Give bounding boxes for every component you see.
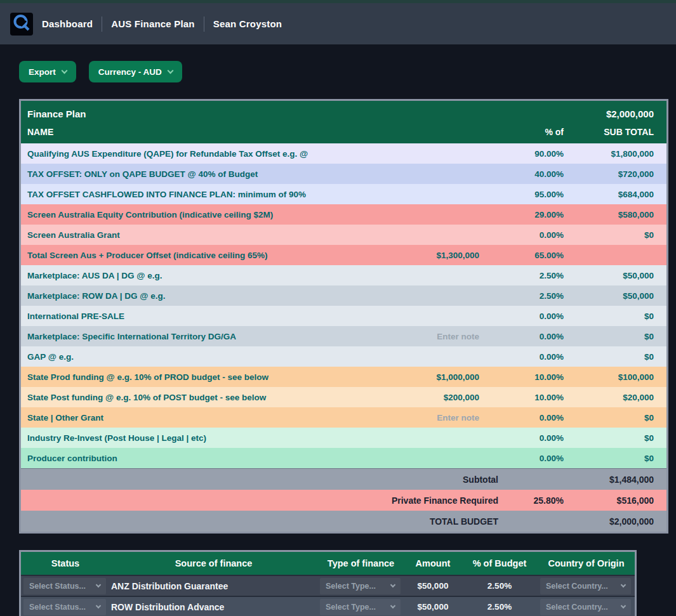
country-select[interactable]: Select Country... bbox=[540, 599, 631, 615]
finance-row-name: GAP @ e.g. bbox=[21, 352, 379, 362]
source-row: Select Status...ROW Distribution Advance… bbox=[21, 596, 635, 616]
finance-summary-pct: 25.80% bbox=[498, 495, 574, 506]
sources-table-rows: Select Status...ANZ Distribution Guarant… bbox=[21, 575, 635, 616]
finance-row: Qualifying AUS Expenditure (QAPE) for Re… bbox=[21, 143, 666, 164]
currency-button[interactable]: Currency - AUD bbox=[89, 61, 182, 82]
finance-row: Screen Australia Grant0.00%$0 bbox=[21, 225, 666, 245]
sources-table: StatusSource of financeType of financeAm… bbox=[19, 550, 637, 616]
finance-summary-row: TOTAL BUDGET$2,000,000 bbox=[21, 511, 666, 532]
finance-row-name: Marketplace: AUS DA | DG @ e.g. bbox=[21, 271, 379, 280]
finance-row-name: Total Screen Aus + Producer Offset (indi… bbox=[21, 251, 379, 260]
finance-row-pct: 40.00% bbox=[490, 169, 574, 179]
finance-row-pct: 0.00% bbox=[490, 433, 574, 443]
chevron-down-icon bbox=[390, 582, 395, 587]
finance-table-summary: Subtotal$1,484,000Private Finance Requir… bbox=[21, 468, 666, 532]
finance-summary-value: $516,000 bbox=[574, 495, 666, 506]
finance-row-subtotal: $580,000 bbox=[574, 210, 666, 220]
finance-row-pct: 0.00% bbox=[490, 352, 574, 362]
finance-row: Industry Re-Invest (Post House | Legal |… bbox=[21, 428, 666, 448]
chevron-down-icon bbox=[96, 582, 101, 587]
chevron-down-icon bbox=[61, 67, 67, 74]
finance-row-name: TAX OFFSET: ONLY on QAPE BUDGET @ 40% of… bbox=[21, 169, 379, 179]
column-header-status: Status bbox=[21, 558, 110, 568]
source-name: ROW Distribution Advance bbox=[110, 602, 317, 612]
column-header-country: Country of Origin bbox=[538, 558, 635, 568]
finance-summary-label: TOTAL BUDGET bbox=[21, 516, 498, 527]
finance-summary-row: Subtotal$1,484,000 bbox=[21, 469, 666, 490]
finance-row-name: Industry Re-Invest (Post House | Legal |… bbox=[21, 433, 379, 443]
q-logo-icon bbox=[12, 13, 31, 35]
status-select[interactable]: Select Status... bbox=[23, 578, 106, 594]
finance-table-header: Finance Plan $2,000,000 NAME % of SUB TO… bbox=[21, 101, 666, 143]
finance-summary-label: Subtotal bbox=[21, 475, 498, 485]
finance-table-rows: Qualifying AUS Expenditure (QAPE) for Re… bbox=[21, 143, 666, 468]
finance-row-subtotal: $50,000 bbox=[574, 271, 666, 280]
finance-row-subtotal: $0 bbox=[574, 433, 666, 443]
finance-row-subtotal: $100,000 bbox=[574, 372, 666, 382]
finance-row-pct: 0.00% bbox=[490, 311, 574, 321]
column-header-name: NAME bbox=[21, 127, 379, 137]
nav-divider bbox=[102, 16, 102, 32]
finance-row-subtotal: $0 bbox=[574, 413, 666, 423]
finance-row-pct: 10.00% bbox=[490, 372, 574, 382]
finance-row-note: $1,000,000 bbox=[379, 372, 490, 382]
finance-row-subtotal: $50,000 bbox=[574, 291, 666, 301]
finance-row-note-input[interactable]: Enter note bbox=[379, 332, 490, 341]
nav-divider bbox=[204, 16, 204, 32]
finance-row-name: Producer contribution bbox=[21, 454, 379, 463]
finance-row: Screen Australia Equity Contribution (in… bbox=[21, 204, 666, 225]
chevron-down-icon bbox=[621, 603, 626, 608]
finance-row-name: State Post funding @ e.g. 10% of POST bu… bbox=[21, 393, 379, 402]
finance-row: Producer contribution0.00%$0 bbox=[21, 448, 666, 468]
finance-row-pct: 95.00% bbox=[490, 190, 574, 199]
finance-row-pct: 10.00% bbox=[490, 393, 574, 402]
finance-row-subtotal: $0 bbox=[574, 454, 666, 463]
finance-row-pct: 29.00% bbox=[490, 210, 574, 220]
status-select[interactable]: Select Status... bbox=[23, 599, 106, 615]
type-select[interactable]: Select Type... bbox=[320, 599, 401, 615]
export-button[interactable]: Export bbox=[19, 61, 76, 82]
chevron-down-icon bbox=[621, 582, 626, 587]
finance-row-name: State | Other Grant bbox=[21, 413, 379, 423]
nav-finance-plan-link[interactable]: AUS Finance Plan bbox=[111, 18, 195, 29]
app-logo[interactable] bbox=[10, 13, 33, 36]
type-select-value: Select Type... bbox=[326, 603, 376, 612]
source-pct: 2.50% bbox=[461, 581, 538, 591]
finance-summary-value: $1,484,000 bbox=[574, 475, 666, 485]
column-header-amount: Amount bbox=[404, 558, 461, 568]
nav-dashboard-link[interactable]: Dashboard bbox=[42, 18, 93, 29]
finance-summary-value: $2,000,000 bbox=[574, 516, 666, 527]
finance-row-subtotal: $0 bbox=[574, 230, 666, 240]
finance-table-budget-total: $2,000,000 bbox=[606, 108, 654, 119]
country-select[interactable]: Select Country... bbox=[540, 578, 631, 594]
finance-row-pct: 0.00% bbox=[490, 454, 574, 463]
chevron-down-icon bbox=[167, 67, 173, 74]
finance-row-name: International PRE-SALE bbox=[21, 311, 379, 321]
nav-user-link[interactable]: Sean Croyston bbox=[213, 18, 282, 29]
column-header-subtotal: SUB TOTAL bbox=[574, 127, 666, 137]
type-select[interactable]: Select Type... bbox=[320, 578, 401, 594]
column-header-type: Type of finance bbox=[317, 558, 404, 568]
finance-row: International PRE-SALE0.00%$0 bbox=[21, 306, 666, 326]
finance-row-note-input[interactable]: Enter note bbox=[379, 413, 490, 423]
finance-row: Marketplace: Specific International Terr… bbox=[21, 326, 666, 346]
toolbar: Export Currency - AUD bbox=[19, 61, 676, 82]
finance-row-pct: 0.00% bbox=[490, 230, 574, 240]
finance-row-subtotal: $0 bbox=[574, 352, 666, 362]
finance-row-pct: 2.50% bbox=[490, 271, 574, 280]
finance-row-subtotal: $1,800,000 bbox=[574, 149, 666, 159]
finance-row: GAP @ e.g.0.00%$0 bbox=[21, 346, 666, 367]
finance-row-name: Screen Australia Equity Contribution (in… bbox=[21, 210, 379, 220]
finance-row: Marketplace: AUS DA | DG @ e.g.2.50%$50,… bbox=[21, 265, 666, 285]
finance-row: TAX OFFSET CASHFLOWED INTO FINANCE PLAN:… bbox=[21, 184, 666, 204]
finance-row-name: Screen Australia Grant bbox=[21, 230, 379, 240]
chevron-down-icon bbox=[390, 603, 395, 608]
finance-row-note: $200,000 bbox=[379, 393, 490, 402]
currency-button-label: Currency - AUD bbox=[98, 67, 162, 77]
finance-row: TAX OFFSET: ONLY on QAPE BUDGET @ 40% of… bbox=[21, 164, 666, 184]
finance-row: Marketplace: ROW DA | DG @ e.g.2.50%$50,… bbox=[21, 285, 666, 306]
source-amount: $50,000 bbox=[404, 602, 461, 612]
finance-row: State | Other GrantEnter note0.00%$0 bbox=[21, 407, 666, 428]
finance-row-subtotal: $720,000 bbox=[574, 169, 666, 179]
status-select-value: Select Status... bbox=[29, 603, 86, 612]
